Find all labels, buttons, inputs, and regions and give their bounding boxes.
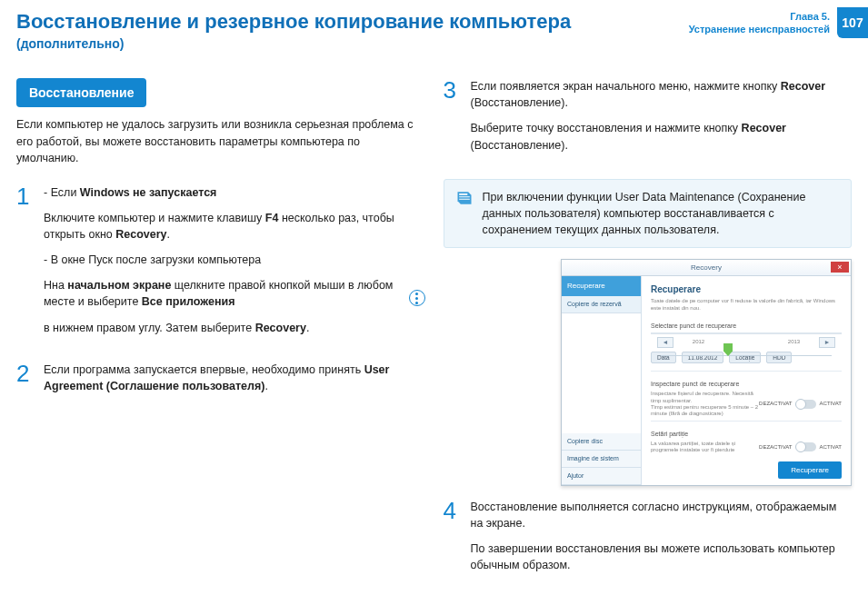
ss-section-inspect: Inspectare punct de recuperare (651, 380, 842, 389)
ss-loc-value: HDD (766, 352, 792, 363)
recovery-screenshot: Recovery × Recuperare Copiere de rezervă… (561, 259, 852, 486)
step1-bullet2: В окне Пуск после загрузки компьютера (44, 252, 425, 268)
ss-sidebar-help[interactable]: Ajutor (562, 468, 641, 485)
step1-text3: в нижнем правом углу. Затем выберите Rec… (44, 320, 425, 336)
ss-inspect-desc1: Inspectare fișierul de recuperare. Neces… (651, 391, 759, 403)
step3-text1: Если появляется экран начального меню, н… (471, 78, 853, 111)
note-icon (455, 189, 474, 207)
page-number-badge: 107 (837, 7, 868, 38)
step4-text2: По завершении восстановления вы можете и… (471, 541, 853, 573)
ss-year-1: 2012 (693, 338, 704, 346)
step-number-1: 1 (16, 184, 35, 345)
ss-sidebar-backup[interactable]: Copiere de rezervă (562, 296, 641, 313)
ss-timeline-prev[interactable]: ◄ (657, 337, 673, 348)
step2-text: Если программа запускается впервые, необ… (44, 362, 425, 394)
ss-inspect-desc2: Timp estimat pentru recuperare 5 minute … (651, 404, 759, 417)
all-apps-icon (409, 290, 425, 306)
ss-window-title: Recovery (691, 263, 722, 273)
ss-timeline[interactable]: ◄ ► (651, 332, 842, 334)
ss-date-value: 11.08.2012 (682, 352, 724, 363)
step1-bullet1: Если Windows не запускается (44, 184, 425, 201)
ss-date-label: Dată (651, 352, 676, 363)
info-note: При включении функции User Data Maintena… (444, 179, 853, 248)
step-number-3: 3 (444, 78, 462, 163)
ss-main-sub: Toate datele de pe computer vor fi redus… (651, 297, 842, 312)
ss-sidebar-image[interactable]: Imagine de sistem (562, 451, 641, 468)
ss-main-title: Recuperare (651, 283, 842, 297)
ss-partition-desc: La valoarea partiției, toate datele și p… (651, 441, 759, 453)
note-text: При включении функции User Data Maintena… (483, 189, 841, 238)
ss-year-2: 2013 (788, 338, 800, 346)
ss-close-button[interactable]: × (831, 262, 849, 273)
page-title: Восстановление и резервное копирование к… (16, 7, 571, 36)
step1-text2: Нна начальном экране щелкните правой кно… (44, 277, 425, 319)
ss-sidebar-disc[interactable]: Copiere disc (562, 433, 641, 451)
intro-text: Если компьютер не удалось загрузить или … (16, 116, 425, 165)
ss-section-select: Selectare punct de recuperare (651, 322, 842, 331)
ss-inspect-toggle[interactable]: DEZACTIVAT ACTIVAT (759, 400, 842, 409)
chapter-number: Глава 5. (689, 10, 830, 23)
page-subtitle: (дополнительно) (16, 35, 571, 53)
step3-text2: Выберите точку восстановления и нажмите … (471, 120, 853, 153)
section-heading: Восстановление (16, 78, 146, 107)
ss-partition-toggle[interactable]: DEZACTIVAT ACTIVAT (759, 442, 842, 451)
step1-text1: Включите компьютер и нажмите клавишу F4 … (44, 210, 425, 243)
ss-timeline-next[interactable]: ► (819, 337, 835, 348)
step-number-4: 4 (444, 499, 462, 583)
chapter-title: Устранение неисправностей (689, 23, 830, 35)
ss-sidebar-head[interactable]: Recuperare (562, 276, 641, 296)
ss-section-partition: Setări partiție (651, 430, 842, 439)
ss-loc-label: Locație (729, 352, 761, 363)
step-number-2: 2 (16, 362, 35, 403)
ss-recover-button[interactable]: Recuperare (778, 461, 842, 480)
step4-text1: Восстановление выполняется согласно инст… (471, 499, 853, 531)
